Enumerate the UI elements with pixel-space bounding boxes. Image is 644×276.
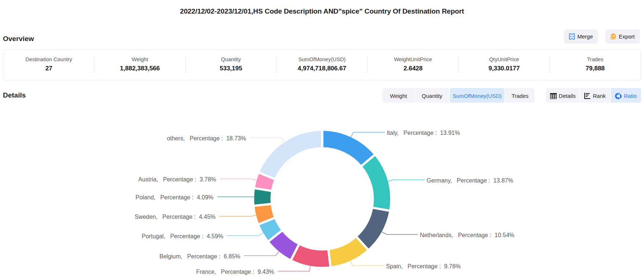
svg-text:Austria, Percentage : 3.78%: Austria, Percentage : 3.78% xyxy=(138,176,216,183)
svg-text:Belgium, Percentage : 6.85%: Belgium, Percentage : 6.85% xyxy=(160,253,241,260)
svg-text:France, Percentage : 9.43%: France, Percentage : 9.43% xyxy=(196,269,274,275)
svg-text:Portugal, Percentage : 4.59: Portugal, Percentage : 4.59% xyxy=(142,233,223,239)
svg-text:Netherlands, Percentage : 1: Netherlands, Percentage : 10.54% xyxy=(420,232,515,238)
svg-text:Spain, Percentage : 9.76%: Spain, Percentage : 9.76% xyxy=(386,263,461,269)
svg-text:Italy, Percentage : 13.91%: Italy, Percentage : 13.91% xyxy=(387,130,460,136)
svg-text:Poland, Percentage : 4.09%: Poland, Percentage : 4.09% xyxy=(136,194,214,200)
svg-text:Sweden, Percentage : 4.45%: Sweden, Percentage : 4.45% xyxy=(135,214,216,220)
svg-text:others, Percentage : 18.73%: others, Percentage : 18.73% xyxy=(167,135,246,141)
svg-text:Germany, Percentage : 13.87: Germany, Percentage : 13.87% xyxy=(427,177,513,184)
